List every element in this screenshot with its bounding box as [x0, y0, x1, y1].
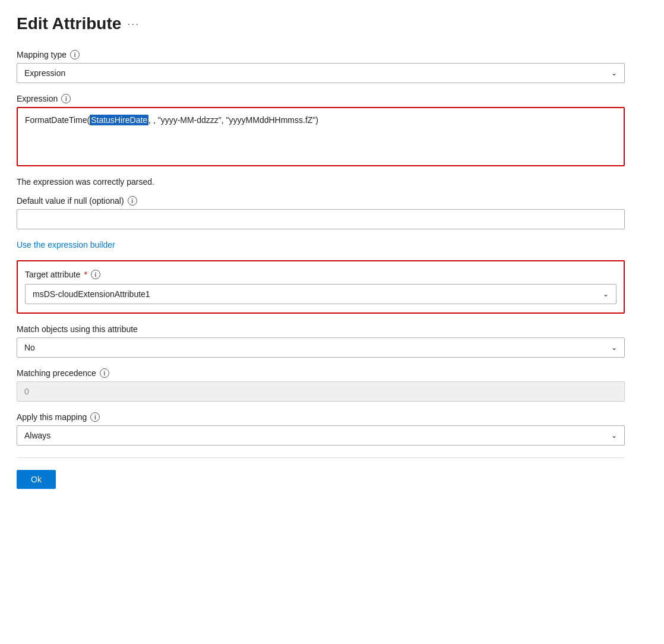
match-objects-chevron-icon: ⌄ — [611, 343, 617, 352]
expression-prefix: FormatDateTime( — [25, 115, 90, 125]
target-attribute-dropdown[interactable]: msDS-cloudExtensionAttribute1 ⌄ — [25, 284, 616, 304]
matching-precedence-section: Matching precedence i — [17, 368, 625, 402]
mapping-type-info-icon[interactable]: i — [70, 50, 80, 59]
apply-mapping-chevron-icon: ⌄ — [611, 431, 617, 440]
default-value-info-icon[interactable]: i — [128, 196, 137, 206]
expression-builder-link[interactable]: Use the expression builder — [17, 240, 115, 250]
target-attribute-label: Target attribute * i — [25, 270, 616, 279]
expression-section: Expression i FormatDateTime(StatusHireDa… — [17, 94, 625, 166]
required-indicator: * — [84, 270, 87, 279]
apply-mapping-section: Apply this mapping i Always ⌄ — [17, 412, 625, 446]
expression-input[interactable]: FormatDateTime(StatusHireDate, , "yyyy-M… — [17, 107, 625, 166]
default-value-section: Default value if null (optional) i — [17, 196, 625, 229]
mapping-type-label: Mapping type i — [17, 50, 625, 59]
match-objects-dropdown[interactable]: No ⌄ — [17, 337, 625, 358]
apply-mapping-dropdown[interactable]: Always ⌄ — [17, 425, 625, 446]
matching-precedence-input — [17, 381, 625, 402]
match-objects-value: No — [24, 343, 35, 352]
default-value-input[interactable] — [17, 209, 625, 229]
page-title: Edit Attribute — [17, 14, 121, 33]
match-objects-section: Match objects using this attribute No ⌄ — [17, 324, 625, 358]
header-row: Edit Attribute ··· — [17, 14, 625, 33]
mapping-type-section: Mapping type i Expression ⌄ — [17, 50, 625, 83]
mapping-type-value: Expression — [24, 68, 65, 78]
expression-info-icon[interactable]: i — [61, 94, 71, 103]
ok-button[interactable]: Ok — [17, 470, 56, 489]
apply-mapping-info-icon[interactable]: i — [90, 412, 100, 422]
divider — [17, 457, 625, 458]
apply-mapping-value: Always — [24, 431, 50, 440]
default-value-label: Default value if null (optional) i — [17, 196, 625, 206]
match-objects-label: Match objects using this attribute — [17, 324, 625, 334]
target-attribute-section: Target attribute * i msDS-cloudExtension… — [17, 260, 625, 314]
matching-precedence-info-icon[interactable]: i — [100, 368, 109, 378]
chevron-down-icon: ⌄ — [611, 69, 617, 77]
more-options-icon[interactable]: ··· — [127, 18, 140, 30]
parse-message: The expression was correctly parsed. — [17, 177, 625, 187]
mapping-type-dropdown[interactable]: Expression ⌄ — [17, 63, 625, 83]
apply-mapping-label: Apply this mapping i — [17, 412, 625, 422]
matching-precedence-label: Matching precedence i — [17, 368, 625, 378]
expression-label: Expression i — [17, 94, 625, 103]
target-chevron-icon: ⌄ — [603, 290, 609, 298]
target-attribute-value: msDS-cloudExtensionAttribute1 — [33, 289, 150, 299]
target-attribute-info-icon[interactable]: i — [91, 270, 100, 279]
page-container: Edit Attribute ··· Mapping type i Expres… — [0, 0, 641, 513]
expression-suffix: , , "yyyy-MM-ddzzz", "yyyyMMddHHmmss.fZ"… — [148, 115, 318, 125]
expression-highlight: StatusHireDate — [90, 115, 148, 125]
